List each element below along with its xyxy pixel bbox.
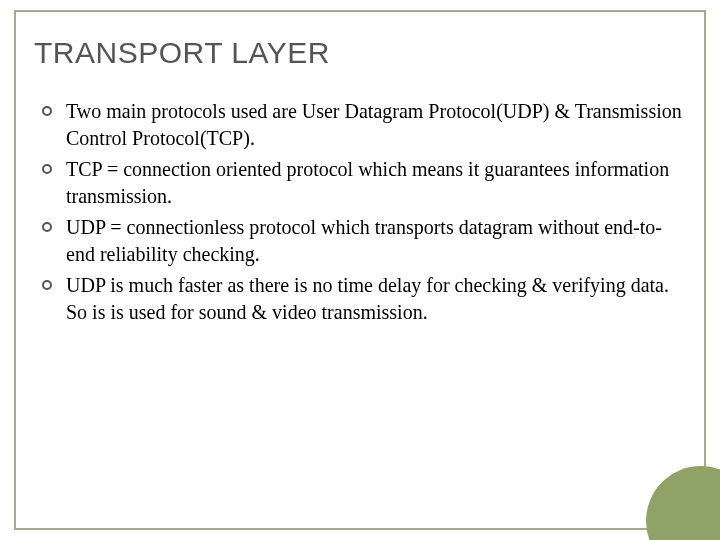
slide-title: TRANSPORT LAYER <box>34 36 686 70</box>
bullet-list: Two main protocols used are User Datagra… <box>34 98 686 326</box>
bullet-text: UDP is much faster as there is no time d… <box>66 272 686 326</box>
bullet-icon <box>42 164 52 174</box>
bullet-icon <box>42 222 52 232</box>
list-item: Two main protocols used are User Datagra… <box>42 98 686 152</box>
slide-content: TRANSPORT LAYER Two main protocols used … <box>34 36 686 330</box>
list-item: TCP = connection oriented protocol which… <box>42 156 686 210</box>
bullet-icon <box>42 280 52 290</box>
bullet-text: UDP = connectionless protocol which tran… <box>66 214 686 268</box>
bullet-text: TCP = connection oriented protocol which… <box>66 156 686 210</box>
bullet-text: Two main protocols used are User Datagra… <box>66 98 686 152</box>
bullet-icon <box>42 106 52 116</box>
list-item: UDP is much faster as there is no time d… <box>42 272 686 326</box>
list-item: UDP = connectionless protocol which tran… <box>42 214 686 268</box>
